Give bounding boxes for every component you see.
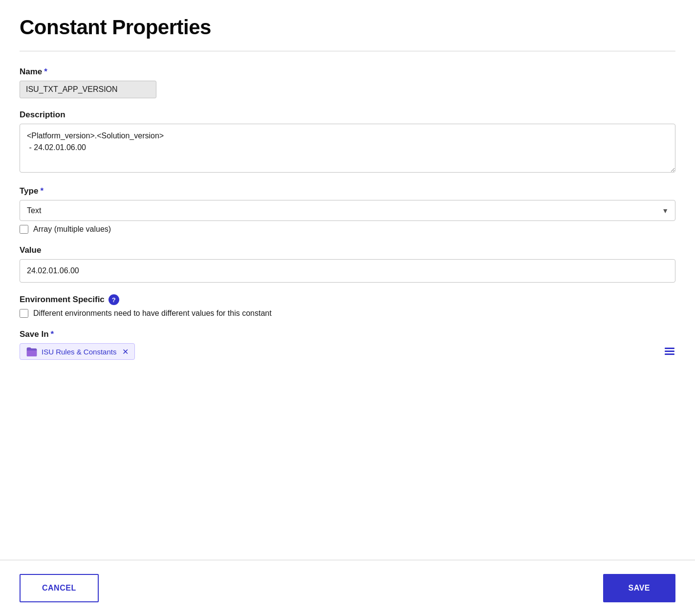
header-divider: [20, 51, 675, 51]
cancel-button[interactable]: CANCEL: [20, 574, 99, 602]
svg-rect-0: [665, 348, 674, 349]
name-field-group: Name * ISU_TXT_APP_VERSION: [20, 67, 675, 98]
value-input[interactable]: [20, 259, 675, 283]
value-field-group: Value: [20, 245, 675, 283]
env-specific-field-group: Environment Specific ? Different environ…: [20, 294, 675, 318]
env-specific-label: Environment Specific ?: [20, 294, 675, 305]
svg-rect-2: [665, 353, 674, 355]
array-checkbox[interactable]: [20, 225, 28, 234]
save-in-label: Save In *: [20, 330, 675, 339]
folder-icon: [26, 347, 38, 356]
type-label: Type *: [20, 186, 675, 196]
save-in-row: ISU Rules & Constants ✕: [20, 343, 675, 360]
save-in-required-star: *: [51, 330, 54, 339]
solution-tag-text: ISU Rules & Constants: [42, 348, 116, 356]
type-select-wrapper: Text Number Boolean Date ▼: [20, 200, 675, 221]
footer: CANCEL SAVE: [0, 560, 695, 616]
name-label: Name *: [20, 67, 675, 77]
value-label: Value: [20, 245, 675, 255]
help-icon[interactable]: ?: [109, 294, 119, 305]
array-label: Array (multiple values): [33, 225, 111, 234]
save-button[interactable]: SAVE: [603, 574, 675, 602]
form-section: Name * ISU_TXT_APP_VERSION Description <…: [20, 67, 675, 540]
solution-tag-close-button[interactable]: ✕: [122, 347, 129, 356]
env-specific-checkbox[interactable]: [20, 309, 28, 318]
list-view-icon[interactable]: [664, 347, 675, 356]
env-specific-checkbox-row: Different environments need to have diff…: [20, 309, 675, 318]
env-specific-checkbox-label: Different environments need to have diff…: [33, 309, 272, 318]
type-required-star: *: [40, 186, 43, 196]
type-field-group: Type * Text Number Boolean Date ▼ Array …: [20, 186, 675, 234]
name-input[interactable]: ISU_TXT_APP_VERSION: [20, 81, 156, 98]
page-title: Constant Properties: [20, 16, 675, 39]
save-in-field-group: Save In * ISU Rules & Constants ✕: [20, 330, 675, 360]
description-label: Description: [20, 110, 675, 120]
description-field-group: Description <Platform_version>.<Solution…: [20, 110, 675, 175]
description-textarea[interactable]: <Platform_version>.<Solution_version> - …: [20, 124, 675, 173]
array-checkbox-row: Array (multiple values): [20, 225, 675, 234]
type-select[interactable]: Text Number Boolean Date: [20, 200, 675, 221]
solution-tag[interactable]: ISU Rules & Constants ✕: [20, 343, 135, 360]
svg-rect-1: [665, 351, 674, 352]
name-required-star: *: [44, 67, 47, 77]
